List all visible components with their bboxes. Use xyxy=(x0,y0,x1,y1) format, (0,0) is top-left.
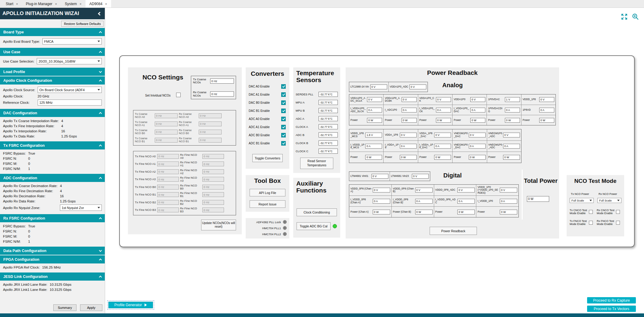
checkbox-rx-cnco-test-mode-enable[interactable] xyxy=(616,210,620,214)
dropdown-apollo-eval-board-type[interactable]: FMCA xyxy=(42,38,102,45)
zoom-in-icon[interactable] xyxy=(631,13,639,21)
field-label: MPU B xyxy=(296,109,305,112)
checkbox-adc-a0-enable[interactable] xyxy=(281,117,286,121)
dropdown-tx-nco-power[interactable]: Full Scale xyxy=(570,198,594,203)
power-value: 0 A xyxy=(373,199,390,204)
section-header-jesd-link-configuration[interactable]: JESD Link Configuration xyxy=(0,272,105,281)
nco-input-tx-fine-nco-b2: 0 Hz xyxy=(157,200,179,205)
section-header-board-type[interactable]: Board Type xyxy=(0,28,105,36)
set-individual-ncos-checkbox[interactable] xyxy=(176,93,181,97)
converter-row: ADC A1 Enable xyxy=(249,123,286,131)
dropdown-apollo-rx-nyquist-zone[interactable]: 1st Nyquist Zor xyxy=(60,205,102,211)
field-value: 4 xyxy=(61,119,102,123)
read-sensor-temperatures-button[interactable]: Read Sensor Temperatures xyxy=(300,158,333,169)
checkbox-adc-b0-enable[interactable] xyxy=(281,133,286,137)
dropdown-apollo-clock-source[interactable]: On Board Clock Source (ADF4 xyxy=(38,87,102,93)
nco-input-tx-coarse-nco-a0: 0 Hz xyxy=(155,113,178,118)
tab-close-icon[interactable]: × xyxy=(105,2,107,6)
tab-close-icon[interactable]: × xyxy=(16,2,18,6)
field-label: Apollo JRX Link0 Lane Rate: xyxy=(3,283,47,286)
converter-row: DAC A0 Enable xyxy=(249,82,286,91)
section-body-apollo-clock-configuration: Apollo Clock Source:On Board Clock Sourc… xyxy=(0,85,105,108)
profile-generator-button[interactable]: Profile Generator xyxy=(108,302,153,308)
section-header-data-path-configuration[interactable]: Data Path Configuration xyxy=(0,247,105,255)
field-value: 0 xyxy=(28,162,102,165)
tab-close-icon[interactable]: × xyxy=(79,2,81,6)
section-header-load-profile[interactable]: Load Profile xyxy=(0,68,105,76)
checkbox-adc-b1-enable[interactable] xyxy=(281,141,286,146)
sidebar: APOLLO INITIALIZATION WIZAI Restore Soft… xyxy=(0,8,105,313)
checkbox-adc-a1-enable[interactable] xyxy=(281,125,286,129)
button-api-log-file[interactable]: API Log File xyxy=(250,189,285,196)
tab-start[interactable]: Start× xyxy=(2,0,22,8)
button-report-issue[interactable]: Report Issue xyxy=(250,200,285,208)
field-label: Rx Fine NCO B0 xyxy=(180,184,201,190)
power-row: VDDD_1P8_MCS1.8 VVDDA_1P80 VVDDA_1P8_DAC… xyxy=(349,129,521,140)
field-label: VNEGM1P0_DAC xyxy=(454,143,468,149)
field-label: Apollo Rx Coarse Decimation Rate: xyxy=(3,184,58,188)
restore-software-defaults-button[interactable]: Restore Software Defaults xyxy=(61,21,104,27)
content-area: APOLLO INITIALIZATION WIZAI Restore Soft… xyxy=(0,8,644,313)
field-label: Rx Coarse NCO A0 xyxy=(179,113,198,118)
tab-system[interactable]: System× xyxy=(61,0,85,8)
field-label: VNEGM1P0_ADC xyxy=(488,132,502,137)
power-cell: VNEGM1P0_DAC0 A xyxy=(452,141,487,152)
proceed-to-rx-capture-button[interactable]: Proceed to Rx Capture xyxy=(587,297,636,303)
power-cell: Power0 W xyxy=(452,115,487,125)
section-header-apollo-clock-configuration[interactable]: Apollo Clock Configuration xyxy=(0,76,105,85)
power-value: 0 A xyxy=(500,199,517,204)
proceed-to-tx-vectors-button[interactable]: Proceed to Tx Vectors xyxy=(587,306,636,312)
update-ncos-button[interactable]: Update NCOs(NCOs will reset) xyxy=(201,220,236,230)
nco-row: Tx Fine NCO B30 HzRx Fine NCO B30 Hz xyxy=(135,207,234,213)
application-window: Start×Plug-in Manager×System×AD9084× APO… xyxy=(0,0,644,317)
checkbox-dac-a0-enable[interactable] xyxy=(281,84,286,89)
apply-button[interactable]: Apply xyxy=(80,304,102,311)
power-row: LTC2980-24 Vin0 VVDDA1P0_ADC0 V xyxy=(349,82,428,92)
power-value: 0 V xyxy=(434,133,451,137)
dropdown-use-case-selection[interactable]: 20/20_10.3Gbps_1GiBW xyxy=(37,58,102,64)
field-label: Tx Coarse NCO B0 xyxy=(135,129,154,135)
power-value: 0 V xyxy=(412,174,429,179)
checkbox-dac-b0-enable[interactable] xyxy=(281,100,286,105)
power-row: I_VDDD_1P8_MCS0 AI_VDDA_1P80 AI_VDDA_1P8… xyxy=(349,140,521,152)
field-label: LTM4681 Vin23 xyxy=(391,175,411,177)
checkbox-tx-cnco-test-mode-enable[interactable] xyxy=(589,210,593,214)
section-header-fpga-configuration[interactable]: FPGA Configuration xyxy=(0,255,105,263)
field-label: Power xyxy=(488,119,504,122)
dropdown-rx-nco-power[interactable]: Full Scale xyxy=(597,198,621,203)
section-header-adc-configuration[interactable]: ADC Configuration xyxy=(0,174,105,182)
field-label: Tx Fine NCO A3 xyxy=(135,178,156,181)
section-header-use-case[interactable]: Use Case xyxy=(0,48,105,56)
checkbox-tx-fnco-test-mode-enable[interactable] xyxy=(589,221,593,225)
collapse-sidebar-icon[interactable] xyxy=(98,12,102,16)
tab-close-icon[interactable]: × xyxy=(55,2,57,6)
tab-plug-in-manager[interactable]: Plug-in Manager× xyxy=(22,0,61,8)
field-label: Apollo Clock: xyxy=(3,94,35,98)
section-header-rx-fsrc-configuration[interactable]: Rx FSRC Configuration xyxy=(0,214,105,222)
toggle-converters-button[interactable]: Toggle Converters xyxy=(252,154,283,162)
nco-input-tx-coarse-ncos[interactable]: 0 Hz xyxy=(210,78,234,84)
checkbox-dac-a1-enable[interactable] xyxy=(281,92,286,97)
field-label: I_VDDA1P0_CK xyxy=(419,107,435,112)
fit-to-screen-icon[interactable] xyxy=(620,13,628,21)
checkbox-rx-fnco-test-mode-enable[interactable] xyxy=(616,221,620,225)
power-readback-button[interactable]: Power Readback xyxy=(430,227,477,235)
status-row: HMC704 PLL1 xyxy=(246,225,289,231)
field-label: Apollo Rx Fine Decimation Rate: xyxy=(3,189,58,193)
section-header-tx-fsrc-configuration[interactable]: Tx FSRC Configuration xyxy=(0,141,105,149)
input-reference-clock[interactable]: 125 MHz xyxy=(38,100,102,106)
clock-conditioning-button[interactable]: Clock Conditioning xyxy=(297,208,337,216)
field-label: Apollo Tx Coarse Interpolation Rate: xyxy=(3,119,59,123)
checkbox-dac-b1-enable[interactable] xyxy=(281,109,286,113)
power-value: 0 W xyxy=(373,210,390,214)
sidebar-actions: Summary Apply xyxy=(53,304,102,311)
summary-button[interactable]: Summary xyxy=(53,304,76,311)
chevron-down-icon xyxy=(98,89,100,91)
section-header-dac-configuration[interactable]: DAC Configuration xyxy=(0,109,105,117)
nco-input-rx-coarse-ncos[interactable]: 0 Hz xyxy=(210,91,234,97)
field-label: Tx Fine NCO B0 xyxy=(135,186,156,189)
toggle-adc-bg-cal-button[interactable]: Toggle ADC BG Cal xyxy=(297,222,331,230)
power-value: 0 A xyxy=(434,144,451,149)
tab-ad9084[interactable]: AD9084× xyxy=(86,0,111,8)
field-label: I_ADC1P0 xyxy=(385,109,400,111)
